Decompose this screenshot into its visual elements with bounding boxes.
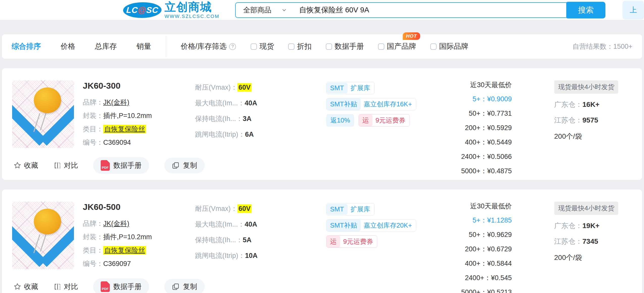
product-image[interactable] xyxy=(12,80,74,148)
search-category-label: 全部商品 xyxy=(243,5,272,15)
sort-options: 综合排序 价格 总库存 销量 xyxy=(12,41,151,52)
hot-badge: HOT xyxy=(403,32,420,40)
sort-stock[interactable]: 总库存 xyxy=(95,41,117,52)
component-lead xyxy=(40,111,47,130)
help-icon[interactable]: ? xyxy=(229,43,236,50)
price-tier: 400+：¥0.5844 xyxy=(451,259,512,268)
price-tier: 2400+：¥0.545 xyxy=(451,273,512,282)
smt-tag[interactable]: SMT扩展库 xyxy=(326,82,374,94)
star-icon xyxy=(13,283,21,291)
checkbox-international-brand[interactable]: 国际品牌 xyxy=(430,41,468,52)
brand-link[interactable]: JK(金科) xyxy=(103,99,129,106)
checkbox-icon[interactable] xyxy=(251,43,257,50)
filter-bar: 综合排序 价格 总库存 销量 价格/库存筛选 ? 现货 折扣 数据手册 国产品牌… xyxy=(2,34,642,59)
checkbox-domestic-brand[interactable]: 国产品牌HOT xyxy=(378,41,416,52)
price-tier: 400+：¥0.5449 xyxy=(451,138,512,147)
part-code: C369097 xyxy=(103,260,131,267)
top-header: LC@SC 立创商城 WWW.SZLCSC.COM 全部商品 搜索 上 xyxy=(0,0,644,20)
copy-button[interactable]: 复制 xyxy=(164,279,205,293)
product-title[interactable]: JK60-300 xyxy=(83,81,195,91)
copy-icon xyxy=(172,162,179,169)
warehouse-row: 江苏仓：7345 xyxy=(554,237,630,246)
divider xyxy=(166,36,166,57)
sort-sales[interactable]: 销量 xyxy=(137,41,151,52)
site-url: WWW.SZLCSC.COM xyxy=(165,14,220,19)
component-lead xyxy=(33,113,40,132)
price-tier: 200+：¥0.6729 xyxy=(451,245,512,254)
logo-globe: LC@SC xyxy=(123,2,162,18)
packaging-info: 200个/袋 xyxy=(554,132,630,141)
compare-icon xyxy=(54,283,61,290)
price-tier: 5000+：¥0.5213 xyxy=(451,288,512,293)
site-name: 立创商城 xyxy=(165,1,220,13)
site-logo[interactable]: LC@SC 立创商城 WWW.SZLCSC.COM xyxy=(123,1,220,19)
product-actions: 收藏 对比 PDF 数据手册 复制 xyxy=(13,157,205,174)
spec-row: 保持电流(Ih...：5A xyxy=(195,235,326,245)
checkbox-datasheet[interactable]: 数据手册 xyxy=(326,41,364,52)
product-card: JK60-500 品牌：JK(金科) 封装：插件,P=10.2mm 类目：自恢复… xyxy=(2,189,642,293)
component-lead xyxy=(33,234,40,253)
checkbox-in-stock[interactable]: 现货 xyxy=(251,41,274,52)
product-actions: 收藏 对比 PDF 数据手册 复制 xyxy=(13,278,205,293)
compare-button[interactable]: 对比 xyxy=(54,282,78,291)
checkbox-icon[interactable] xyxy=(378,43,384,50)
search-input[interactable] xyxy=(287,6,564,14)
spec-row: 保持电流(Ih...：3A xyxy=(195,114,326,123)
checkbox-icon[interactable] xyxy=(326,43,332,50)
compare-icon xyxy=(54,162,61,169)
product-title[interactable]: JK60-500 xyxy=(83,202,195,212)
stock-qty: 16K+ xyxy=(582,101,600,108)
checkbox-icon[interactable] xyxy=(430,43,437,50)
checkbox-icon[interactable] xyxy=(288,43,294,50)
price-tier: 200+：¥0.5929 xyxy=(451,123,512,132)
package-row: 封装：插件,P=10.2mm xyxy=(83,111,195,120)
price-ladder: 近30天最低价 5+：¥0.9009 50+：¥0.7731 200+：¥0.5… xyxy=(451,80,512,181)
price-tier: 5+：¥1.1285 xyxy=(451,216,512,225)
pdf-icon: PDF xyxy=(101,160,110,171)
datasheet-button[interactable]: PDF 数据手册 xyxy=(93,278,149,293)
freight-coupon-tag[interactable]: 运9元运费券 xyxy=(359,114,410,127)
price-tier: 5+：¥0.9009 xyxy=(451,94,512,104)
upload-bom-button[interactable]: 上 xyxy=(623,1,644,19)
product-image[interactable] xyxy=(12,202,74,269)
warehouse-row: 广东仓：16K+ xyxy=(554,100,630,109)
smt-subsidy-tag[interactable]: SMT补贴嘉立创库存20K+ xyxy=(326,219,416,232)
rebate-tag[interactable]: 返10% xyxy=(326,114,354,127)
datasheet-button[interactable]: PDF 数据手册 xyxy=(93,157,149,174)
search-box: 全部商品 xyxy=(235,2,605,18)
price-stock-filter[interactable]: 价格/库存筛选 ? xyxy=(181,41,236,52)
price-tier: 50+：¥0.7731 xyxy=(451,109,512,118)
smt-tag[interactable]: SMT扩展库 xyxy=(326,203,374,215)
favorite-button[interactable]: 收藏 xyxy=(13,161,38,170)
price-tier: 2400+：¥0.5066 xyxy=(451,152,512,161)
search-category-dropdown[interactable]: 全部商品 xyxy=(236,5,287,15)
favorite-button[interactable]: 收藏 xyxy=(13,282,38,291)
category-link[interactable]: 自恢复保险丝 xyxy=(103,125,146,133)
sort-comprehensive[interactable]: 综合排序 xyxy=(12,41,41,52)
logo-at: @ xyxy=(138,5,147,15)
checkbox-discount[interactable]: 折扣 xyxy=(288,41,312,52)
spec-row: 跳闸电流(Itrip)：6A xyxy=(195,130,326,139)
category-link[interactable]: 自恢复保险丝 xyxy=(103,246,146,255)
smt-subsidy-tag[interactable]: SMT补贴嘉立创库存16K+ xyxy=(326,98,416,110)
brand-link[interactable]: JK(金科) xyxy=(103,220,129,227)
part-code: C369094 xyxy=(103,139,131,146)
part-code-row: 编号：C369097 xyxy=(83,259,195,268)
packaging-info: 200个/袋 xyxy=(554,253,630,262)
price-header: 近30天最低价 xyxy=(451,80,512,89)
freight-coupon-tag[interactable]: 运9元运费券 xyxy=(326,235,377,248)
copy-button[interactable]: 复制 xyxy=(164,158,205,173)
spec-row: 耐压(Vmax)：60V xyxy=(195,83,326,92)
sort-price[interactable]: 价格 xyxy=(61,41,75,52)
star-icon xyxy=(13,161,21,169)
warehouse-row: 广东仓：19K+ xyxy=(554,221,630,231)
spec-row: 耐压(Vmax)：60V xyxy=(195,204,326,213)
category-row: 类目：自恢复保险丝 xyxy=(83,125,195,134)
result-count: 自营结果数：1500+ xyxy=(572,42,632,51)
search-button[interactable]: 搜索 xyxy=(566,2,605,18)
price-ladder: 近30天最低价 5+：¥1.1285 50+：¥0.9629 200+：¥0.6… xyxy=(451,202,512,293)
part-code-row: 编号：C369094 xyxy=(83,138,195,147)
compare-button[interactable]: 对比 xyxy=(54,161,78,170)
price-stock-filter-label: 价格/库存筛选 xyxy=(181,41,227,52)
copy-icon xyxy=(172,283,179,290)
